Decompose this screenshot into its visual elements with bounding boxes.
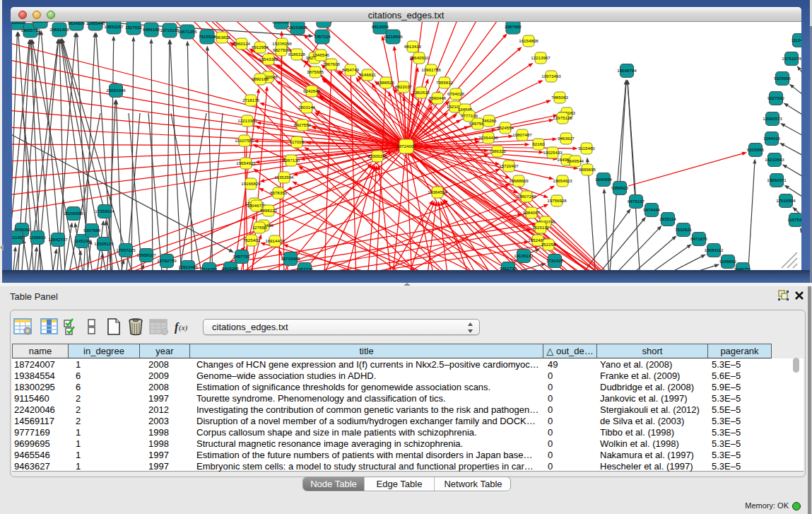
svg-text:3624554: 3624554 xyxy=(497,125,514,130)
svg-text:1527602: 1527602 xyxy=(125,25,143,30)
svg-text:9084067: 9084067 xyxy=(523,210,541,215)
svg-text:10637338: 10637338 xyxy=(314,22,334,23)
svg-text:16154808: 16154808 xyxy=(519,38,539,43)
svg-text:7386322: 7386322 xyxy=(489,148,507,153)
svg-text:10654112: 10654112 xyxy=(704,247,724,252)
svg-text:10671355: 10671355 xyxy=(177,29,197,34)
svg-text:1588520: 1588520 xyxy=(377,80,395,85)
svg-text:9827506: 9827506 xyxy=(273,47,290,52)
svg-text:10961758: 10961758 xyxy=(421,67,441,72)
svg-text:15751074: 15751074 xyxy=(782,56,801,61)
svg-text:6466160: 6466160 xyxy=(143,27,160,32)
svg-text:23300295: 23300295 xyxy=(367,153,387,158)
svg-text:17957225: 17957225 xyxy=(116,247,136,252)
svg-text:12975125: 12975125 xyxy=(553,115,572,120)
svg-text:62160: 62160 xyxy=(532,141,545,146)
svg-text:12213369: 12213369 xyxy=(237,118,257,123)
svg-text:16648784: 16648784 xyxy=(617,68,637,73)
svg-text:8215955: 8215955 xyxy=(747,147,765,152)
svg-text:8186328: 8186328 xyxy=(288,52,306,57)
svg-text:9457791: 9457791 xyxy=(233,254,251,259)
svg-text:2087682: 2087682 xyxy=(505,24,522,29)
svg-text:17016504: 17016504 xyxy=(776,198,796,203)
svg-text:16033809: 16033809 xyxy=(288,25,307,30)
svg-text:1803960: 1803960 xyxy=(32,22,49,23)
svg-text:20364436: 20364436 xyxy=(478,135,498,140)
svg-text:11353594: 11353594 xyxy=(274,175,294,180)
svg-text:1649544: 1649544 xyxy=(567,158,584,163)
svg-text:15720407: 15720407 xyxy=(499,163,519,168)
svg-text:9960124: 9960124 xyxy=(233,41,251,46)
svg-text:7485063: 7485063 xyxy=(551,95,569,100)
svg-text:9115460: 9115460 xyxy=(578,146,595,151)
svg-text:8678352: 8678352 xyxy=(270,190,288,195)
svg-text:17359924: 17359924 xyxy=(95,209,114,214)
svg-text:7357224: 7357224 xyxy=(314,34,331,39)
svg-text:12093573: 12093573 xyxy=(763,116,782,121)
svg-text:8427552: 8427552 xyxy=(294,122,312,127)
svg-text:10107552: 10107552 xyxy=(235,138,254,143)
svg-text:1362615: 1362615 xyxy=(413,90,430,95)
svg-text:12942737: 12942737 xyxy=(48,237,68,242)
svg-text:9699695: 9699695 xyxy=(579,167,596,172)
svg-text:7625402: 7625402 xyxy=(243,238,261,243)
svg-text:9474444: 9474444 xyxy=(643,207,661,212)
svg-text:9146821: 9146821 xyxy=(359,72,377,77)
svg-text:9397588: 9397588 xyxy=(83,228,101,233)
svg-text:9777109: 9777109 xyxy=(461,113,478,118)
svg-text:12923466: 12923466 xyxy=(178,264,198,269)
svg-text:7515524: 7515524 xyxy=(199,34,216,39)
svg-text:10025433: 10025433 xyxy=(543,150,563,155)
svg-text:9242848: 9242848 xyxy=(303,88,321,93)
svg-text:8813054: 8813054 xyxy=(372,24,389,29)
svg-text:15692971: 15692971 xyxy=(767,177,787,182)
svg-text:6479197: 6479197 xyxy=(628,199,645,204)
svg-text:9463627: 9463627 xyxy=(558,136,575,141)
svg-text:19654925: 19654925 xyxy=(236,160,256,165)
svg-text:16210643: 16210643 xyxy=(765,157,784,162)
svg-text:10807487: 10807487 xyxy=(512,132,532,137)
svg-text:2867608: 2867608 xyxy=(323,62,341,66)
svg-text:10973493: 10973493 xyxy=(541,74,561,78)
svg-text:11600186: 11600186 xyxy=(271,22,291,24)
svg-text:8471676: 8471676 xyxy=(690,236,708,241)
svg-text:2718176: 2718176 xyxy=(242,98,260,103)
svg-text:8267130: 8267130 xyxy=(283,158,300,163)
svg-text:9329966: 9329966 xyxy=(774,76,792,81)
svg-text:127650: 127650 xyxy=(252,225,267,230)
svg-text:16914479: 16914479 xyxy=(265,238,285,243)
svg-text:117006: 117006 xyxy=(290,139,305,144)
svg-text:252254: 252254 xyxy=(541,242,556,247)
svg-text:1640954: 1640954 xyxy=(595,177,613,182)
svg-text:16543382: 16543382 xyxy=(259,57,278,62)
svg-text:10719155: 10719155 xyxy=(160,28,180,33)
svg-text:19218506: 19218506 xyxy=(383,34,403,39)
svg-text:20691406: 20691406 xyxy=(49,27,69,32)
svg-text:16782759: 16782759 xyxy=(157,258,177,263)
svg-text:20206556: 20206556 xyxy=(64,211,83,216)
svg-text:1167533: 1167533 xyxy=(787,217,801,222)
svg-text:1112490: 1112490 xyxy=(791,37,801,42)
svg-text:746266: 746266 xyxy=(482,118,497,123)
svg-text:12213967: 12213967 xyxy=(531,55,551,60)
svg-text:20053346: 20053346 xyxy=(106,88,126,93)
svg-text:18807249: 18807249 xyxy=(517,194,536,199)
svg-text:19384554: 19384554 xyxy=(428,189,447,194)
svg-text:1156819: 1156819 xyxy=(29,235,46,240)
svg-text:8912954: 8912954 xyxy=(252,45,269,49)
svg-text:9227342: 9227342 xyxy=(767,95,785,100)
svg-text:7955812: 7955812 xyxy=(436,80,454,85)
svg-text:6794028: 6794028 xyxy=(447,91,465,96)
svg-text:(x): (x) xyxy=(179,323,188,332)
svg-text:9498222: 9498222 xyxy=(260,208,278,213)
svg-text:9245652: 9245652 xyxy=(719,259,737,264)
svg-text:14136141: 14136141 xyxy=(514,253,534,258)
svg-text:1145194: 1145194 xyxy=(73,238,90,243)
svg-text:7632621: 7632621 xyxy=(675,227,693,232)
svg-text:9890168: 9890168 xyxy=(252,76,269,81)
svg-text:8822037: 8822037 xyxy=(395,84,413,89)
svg-text:8454749: 8454749 xyxy=(342,67,360,72)
svg-text:1733426: 1733426 xyxy=(546,258,564,263)
svg-text:3875685: 3875685 xyxy=(307,69,324,74)
svg-text:1244415: 1244415 xyxy=(763,136,781,141)
